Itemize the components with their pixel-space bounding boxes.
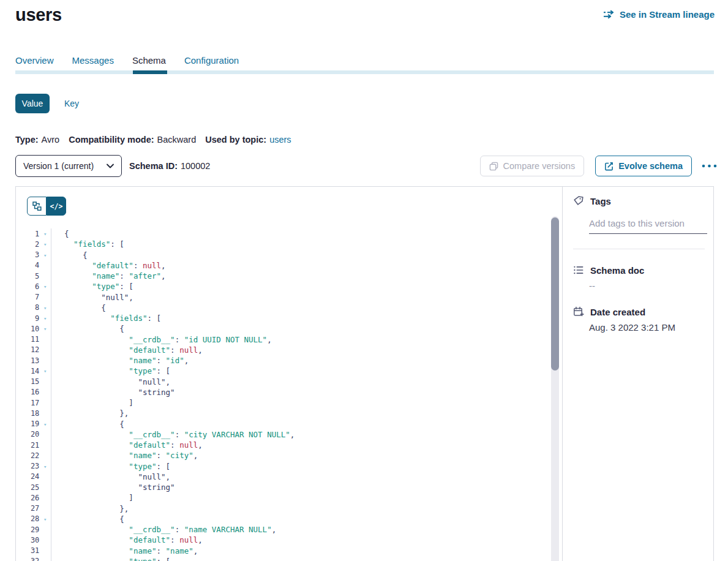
chevron-down-icon bbox=[107, 164, 114, 168]
editor-line: 5 "name": "after", bbox=[16, 271, 550, 281]
editor-line: 22 "name": "city", bbox=[16, 450, 550, 461]
line-number: 28 bbox=[16, 514, 39, 523]
fold-toggle-icon[interactable]: ▾ bbox=[39, 463, 51, 470]
topic-link[interactable]: users bbox=[269, 135, 291, 145]
version-select-value: Version 1 (current) bbox=[23, 161, 94, 171]
editor-gutter: 27 bbox=[16, 503, 51, 514]
editor-gutter: 16 bbox=[16, 387, 51, 397]
editor-line: 11 "__crdb__": "id UUID NOT NULL", bbox=[16, 334, 550, 345]
tab-schema[interactable]: Schema bbox=[132, 55, 166, 66]
editor-gutter: 28▾ bbox=[16, 514, 51, 524]
tags-heading-label: Tags bbox=[590, 196, 611, 206]
compare-icon bbox=[489, 162, 498, 171]
line-number: 17 bbox=[16, 399, 39, 407]
evolve-schema-button[interactable]: Evolve schema bbox=[595, 156, 692, 176]
code-line-content: { bbox=[51, 514, 124, 524]
fold-toggle-icon[interactable]: ▾ bbox=[39, 252, 51, 258]
fold-toggle-icon[interactable]: ▾ bbox=[39, 558, 51, 561]
editor-gutter: 22 bbox=[16, 450, 51, 461]
key-toggle-button[interactable]: Key bbox=[64, 99, 79, 108]
line-number: 22 bbox=[16, 451, 39, 460]
schema-editor-pane: </> 1▾{2▾ "fields": [3▾ {4 "default": nu… bbox=[16, 187, 562, 561]
editor-scrollbar-track[interactable] bbox=[551, 216, 559, 561]
editor-line: 26 ] bbox=[16, 492, 550, 503]
code-line-content: { bbox=[51, 303, 106, 312]
compare-versions-button[interactable]: Compare versions bbox=[480, 156, 585, 176]
see-in-stream-lineage-link[interactable]: See in Stream lineage bbox=[603, 9, 715, 20]
list-icon bbox=[573, 265, 584, 276]
editor-line: 21 "default": null, bbox=[16, 440, 550, 450]
value-toggle-button[interactable]: Value bbox=[15, 94, 50, 113]
fold-spacer bbox=[39, 529, 51, 530]
ellipsis-icon bbox=[702, 164, 717, 168]
editor-gutter: 30 bbox=[16, 535, 51, 545]
editor-line: 18 }, bbox=[16, 408, 550, 418]
editor-line: 30 "default": null, bbox=[16, 535, 550, 545]
editor-line: 4 "default": null, bbox=[16, 260, 550, 271]
line-number: 13 bbox=[16, 356, 39, 365]
code-line-content: "fields": [ bbox=[51, 314, 161, 323]
more-actions-button[interactable] bbox=[700, 160, 718, 171]
code-line-content: "type": [ bbox=[51, 282, 133, 291]
code-line-content: ] bbox=[51, 493, 133, 502]
used-by-topic-label: Used by topic: bbox=[205, 135, 266, 145]
tab-messages[interactable]: Messages bbox=[72, 55, 114, 66]
fold-toggle-icon[interactable]: ▾ bbox=[39, 230, 51, 237]
editor-line: 15 "null", bbox=[16, 377, 550, 387]
code-line-content: "default": null, bbox=[51, 440, 203, 450]
line-number: 19 bbox=[16, 420, 39, 428]
calendar-plus-icon bbox=[573, 306, 584, 317]
code-line-content: ] bbox=[51, 398, 133, 407]
fold-spacer bbox=[39, 349, 51, 350]
code-line-content: "null", bbox=[51, 377, 170, 386]
fold-toggle-icon[interactable]: ▾ bbox=[39, 367, 51, 374]
tab-configuration[interactable]: Configuration bbox=[184, 55, 239, 66]
editor-gutter: 26 bbox=[16, 492, 51, 503]
editor-scrollbar-thumb[interactable] bbox=[551, 217, 559, 371]
editor-gutter: 9▾ bbox=[16, 313, 51, 323]
code-view-button[interactable]: </> bbox=[47, 197, 66, 216]
fold-spacer bbox=[39, 381, 51, 382]
editor-line: 2▾ "fields": [ bbox=[16, 239, 550, 249]
editor-line: 9▾ "fields": [ bbox=[16, 313, 550, 323]
schema-doc-heading-label: Schema doc bbox=[590, 265, 644, 276]
add-tags-input[interactable] bbox=[589, 217, 707, 234]
editor-gutter: 25 bbox=[16, 482, 51, 492]
editor-line: 10▾ { bbox=[16, 323, 550, 334]
tags-heading: Tags bbox=[573, 195, 713, 206]
type-label: Type: bbox=[15, 135, 39, 145]
fold-toggle-icon[interactable]: ▾ bbox=[39, 241, 51, 247]
line-number: 32 bbox=[16, 557, 39, 561]
editor-line: 12 "default": null, bbox=[16, 345, 550, 355]
tree-view-button[interactable] bbox=[27, 197, 47, 216]
line-number: 21 bbox=[16, 441, 39, 450]
fold-toggle-icon[interactable]: ▾ bbox=[39, 325, 51, 332]
line-number: 7 bbox=[16, 293, 39, 301]
editor-gutter: 31 bbox=[16, 546, 51, 556]
code-line-content: "fields": [ bbox=[51, 239, 124, 249]
fold-toggle-icon[interactable]: ▾ bbox=[39, 315, 51, 322]
fold-toggle-icon[interactable]: ▾ bbox=[39, 283, 51, 290]
editor-line: 16 "string" bbox=[16, 387, 550, 397]
version-toolbar: Version 1 (current) Schema ID: 100002 Co… bbox=[15, 155, 718, 177]
version-select[interactable]: Version 1 (current) bbox=[15, 155, 122, 177]
schema-id-value: 100002 bbox=[181, 161, 210, 171]
line-number: 9 bbox=[16, 314, 39, 323]
fold-toggle-icon[interactable]: ▾ bbox=[39, 421, 51, 427]
line-number: 18 bbox=[16, 409, 39, 418]
code-line-content: "default": null, bbox=[51, 261, 166, 270]
line-number: 30 bbox=[16, 536, 39, 544]
editor-gutter: 14▾ bbox=[16, 366, 51, 376]
page-title: users bbox=[15, 5, 62, 25]
fold-spacer bbox=[39, 276, 51, 277]
line-number: 15 bbox=[16, 377, 39, 386]
editor-line: 1▾{ bbox=[16, 228, 550, 239]
fold-toggle-icon[interactable]: ▾ bbox=[39, 304, 51, 311]
schema-part-toggle: Value Key bbox=[15, 94, 79, 113]
fold-toggle-icon[interactable]: ▾ bbox=[39, 516, 51, 522]
editor-gutter: 29 bbox=[16, 524, 51, 535]
tab-overview[interactable]: Overview bbox=[15, 55, 54, 66]
line-number: 8 bbox=[16, 303, 39, 312]
see-in-stream-lineage-label: See in Stream lineage bbox=[620, 9, 715, 20]
editor-line: 3▾ { bbox=[16, 250, 550, 260]
